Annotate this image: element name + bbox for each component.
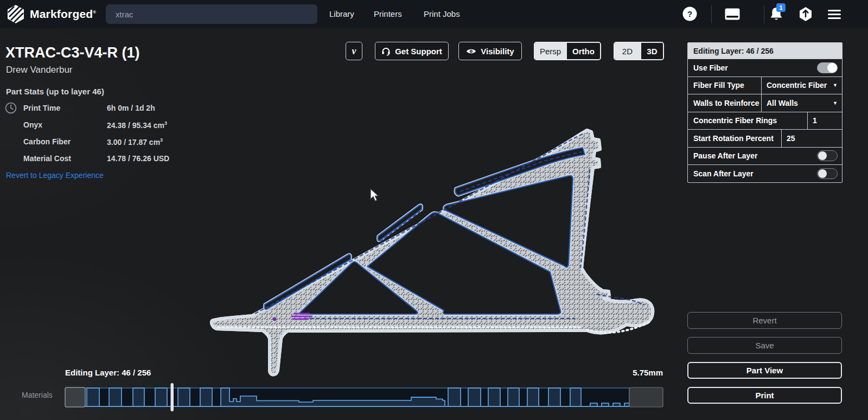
editing-layer-label: Editing Layer: 46 / 256 — [65, 368, 151, 377]
stat-label: Material Cost — [23, 154, 71, 163]
pause-after-layer-label: Pause After Layer — [688, 148, 817, 165]
part-view-button[interactable]: Part View — [687, 362, 842, 379]
markforged-logo[interactable]: Markforged® — [7, 4, 96, 24]
visibility-button[interactable]: Visibility — [458, 42, 522, 60]
3d-option[interactable]: 3D — [640, 43, 663, 59]
print-system-icon[interactable] — [725, 8, 740, 22]
get-support-button[interactable]: Get Support — [375, 42, 449, 60]
concentric-fiber-rings-value: 1 — [813, 116, 817, 125]
stat-label: Print Time — [23, 104, 60, 112]
walls-to-reinforce-select[interactable]: All Walls ▼ — [761, 94, 842, 112]
brand-name: Markforged® — [30, 8, 96, 21]
stat-value: 24.38 / 95.34 cm3 — [107, 120, 167, 130]
search-input[interactable] — [106, 4, 317, 24]
top-bar: Markforged® Library Printers Print Jobs … — [0, 0, 868, 28]
fiber-fill-type-value: Concentric Fiber — [767, 81, 827, 90]
chevron-down-icon: ▼ — [833, 82, 838, 88]
nav-printers[interactable]: Printers — [374, 9, 402, 18]
headset-icon — [381, 47, 391, 56]
markforged-logo-icon — [7, 4, 25, 24]
page-title: XTRAC-C3-V4-R (1) — [5, 44, 140, 61]
notification-badge: 1 — [776, 3, 786, 12]
scan-after-layer-row: Scan After Layer — [688, 164, 842, 182]
concentric-fiber-rings-label: Concentric Fiber Rings — [688, 112, 807, 130]
divider — [711, 5, 712, 23]
layer-settings-panel: Editing Layer: 46 / 256 Use Fiber Fiber … — [687, 42, 843, 183]
2d-option[interactable]: 2D — [615, 43, 640, 59]
upload-hexagon-icon[interactable] — [799, 7, 813, 24]
divider — [764, 5, 764, 23]
revert-button[interactable]: Revert — [687, 312, 842, 329]
start-rotation-percent-value: 25 — [787, 134, 795, 143]
stat-label: Onyx — [23, 120, 42, 129]
walls-to-reinforce-row: Walls to Reinforce All Walls ▼ — [688, 94, 842, 112]
start-rotation-percent-input[interactable]: 25 — [781, 130, 842, 147]
layer-scrubber-handle[interactable] — [171, 383, 174, 411]
scan-after-layer-label: Scan After Layer — [688, 165, 817, 182]
concentric-fiber-rings-input[interactable]: 1 — [807, 112, 842, 130]
stat-label: Carbon Fiber — [23, 137, 71, 146]
help-icon[interactable]: ? — [682, 7, 697, 23]
versions-button[interactable]: ν — [346, 42, 362, 60]
dimension-toggle: 2D 3D — [614, 42, 664, 60]
revert-legacy-link[interactable]: Revert to Legacy Experience — [6, 171, 104, 180]
pause-after-layer-row: Pause After Layer — [688, 147, 842, 165]
svg-text:?: ? — [687, 9, 692, 18]
pause-after-layer-toggle[interactable] — [817, 150, 838, 161]
concentric-fiber-rings-row: Concentric Fiber Rings 1 — [688, 112, 842, 130]
stat-value: 6h 0m / 1d 2h — [107, 104, 155, 112]
walls-to-reinforce-label: Walls to Reinforce — [688, 94, 761, 112]
visibility-label: Visibility — [481, 47, 514, 56]
viewport-canvas[interactable]: XTRAC-C3-V4-R (1) Drew Vanderbur Part St… — [0, 28, 868, 420]
save-button[interactable]: Save — [687, 337, 842, 354]
start-rotation-percent-row: Start Rotation Percent 25 — [688, 129, 842, 147]
materials-label: Materials — [22, 391, 53, 399]
chevron-down-icon: ▼ — [833, 100, 838, 106]
fiber-fill-type-row: Fiber Fill Type Concentric Fiber ▼ — [688, 77, 842, 94]
mouse-cursor — [369, 188, 381, 202]
get-support-label: Get Support — [395, 47, 442, 56]
start-rotation-percent-label: Start Rotation Percent — [688, 130, 781, 147]
editing-layer-header: Editing Layer: 46 / 256 — [688, 43, 842, 59]
scan-after-layer-toggle[interactable] — [817, 168, 838, 179]
use-fiber-row: Use Fiber — [688, 59, 842, 77]
part-stats-heading: Part Stats (up to layer 46) — [6, 87, 104, 96]
walls-to-reinforce-value: All Walls — [767, 99, 798, 107]
ortho-option[interactable]: Ortho — [566, 43, 600, 59]
menu-icon[interactable] — [828, 8, 841, 21]
stat-value: 14.78 / 76.26 USD — [107, 154, 169, 163]
print-button[interactable]: Print — [687, 387, 842, 404]
nav-print-jobs[interactable]: Print Jobs — [424, 9, 460, 18]
highlighted-fiber-dot — [273, 317, 277, 321]
persp-option[interactable]: Persp — [535, 43, 566, 59]
clock-icon — [5, 102, 17, 114]
use-fiber-label: Use Fiber — [688, 59, 817, 77]
fiber-fill-type-select[interactable]: Concentric Fiber ▼ — [761, 77, 842, 94]
fiber-fill-type-label: Fiber Fill Type — [688, 77, 761, 94]
nav-library[interactable]: Library — [329, 9, 354, 18]
use-fiber-toggle[interactable] — [817, 62, 838, 73]
stat-value: 3.00 / 17.87 cm3 — [107, 137, 163, 147]
eye-icon — [466, 48, 476, 55]
projection-toggle: Persp Ortho — [534, 42, 601, 60]
part-slice-view[interactable] — [206, 104, 662, 386]
part-owner: Drew Vanderbur — [6, 65, 73, 75]
